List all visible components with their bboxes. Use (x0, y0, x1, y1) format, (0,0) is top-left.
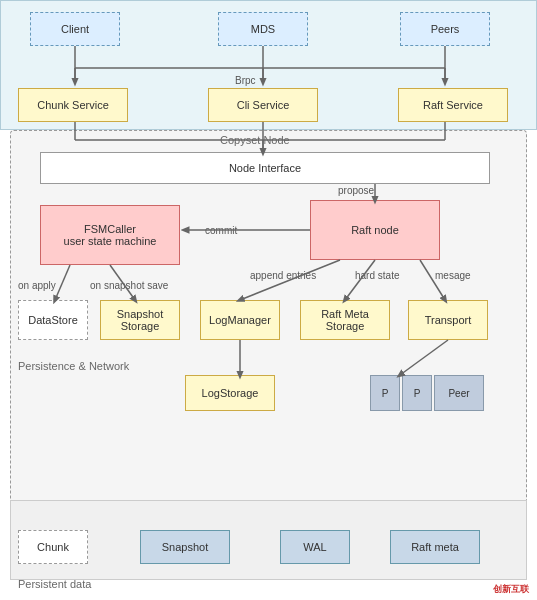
brpc-label: Brpc (235, 75, 256, 86)
on-snapshot-save-label: on snapshot save (90, 280, 168, 291)
on-apply-label: on apply (18, 280, 56, 291)
peer1-box: P (370, 375, 400, 411)
log-manager-box: LogManager (200, 300, 280, 340)
copyset-node-label: Copyset Node (220, 134, 290, 146)
chunk-box: Chunk (18, 530, 88, 564)
log-storage-box: LogStorage (185, 375, 275, 411)
node-interface-box: Node Interface (40, 152, 490, 184)
datastore-box: DataStore (18, 300, 88, 340)
cli-service-box: Cli Service (208, 88, 318, 122)
propose-label: propose (338, 185, 374, 196)
peer2-box: P (402, 375, 432, 411)
wal-box: WAL (280, 530, 350, 564)
snapshot-storage-box: Snapshot Storage (100, 300, 180, 340)
commit-label: commit (205, 225, 237, 236)
peer3-box: Peer (434, 375, 484, 411)
watermark: 创新互联 (493, 583, 529, 596)
mesage-label: mesage (435, 270, 471, 281)
chunk-service-box: Chunk Service (18, 88, 128, 122)
snapshot-box: Snapshot (140, 530, 230, 564)
peers-box: Peers (400, 12, 490, 46)
raft-meta-storage-box: Raft Meta Storage (300, 300, 390, 340)
hard-state-label: hard state (355, 270, 399, 281)
client-box: Client (30, 12, 120, 46)
persistence-label: Persistence & Network (18, 360, 129, 372)
raft-meta-box: Raft meta (390, 530, 480, 564)
raft-service-box: Raft Service (398, 88, 508, 122)
mds-box: MDS (218, 12, 308, 46)
raft-node-box: Raft node (310, 200, 440, 260)
fsm-caller-box: FSMCaller user state machine (40, 205, 180, 265)
append-entries-label: append entries (250, 270, 316, 281)
persistent-data-label: Persistent data (18, 578, 91, 590)
transport-box: Transport (408, 300, 488, 340)
diagram: Client MDS Peers Brpc Chunk Service Cli … (0, 0, 537, 600)
